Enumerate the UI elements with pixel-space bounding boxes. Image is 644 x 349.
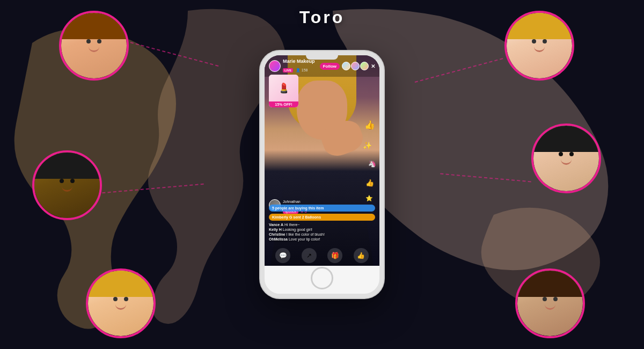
- face-mid-right-inner: [533, 126, 599, 191]
- face-top-right-overlay: [507, 13, 572, 78]
- face-mid-right: [531, 123, 601, 193]
- mouth: [561, 159, 572, 165]
- face-mid-left: [32, 150, 102, 220]
- eyes: [532, 39, 547, 43]
- gift-button[interactable]: 🎁: [327, 248, 342, 263]
- face-bottom-right-inner: [517, 271, 583, 336]
- product-discount: 15% OFF!: [269, 101, 298, 107]
- face-top-left-inner: [61, 13, 127, 78]
- buying-banner: 5 people are buying this item: [269, 205, 375, 212]
- face-bottom-left-overlay: [88, 271, 153, 336]
- mouth: [545, 304, 555, 310]
- eye-left: [113, 297, 118, 301]
- stream-topbar: Marie Makeup LIVE 👤 158 Follow ✕: [265, 55, 379, 77]
- eyes: [559, 152, 574, 156]
- mouth: [534, 47, 545, 52]
- eyes: [543, 297, 558, 301]
- comments-area: 5 people are buying this item Kimberly G…: [265, 202, 379, 244]
- eye-right: [553, 297, 558, 301]
- share-button[interactable]: ↗: [302, 248, 317, 263]
- eye-right: [124, 297, 128, 301]
- eyes: [60, 179, 75, 183]
- eye-right: [70, 179, 75, 183]
- face-mid-left-overlay: [34, 152, 100, 218]
- phone: Marie Makeup LIVE 👤 158 Follow ✕: [260, 51, 384, 298]
- eye-right: [569, 152, 574, 156]
- viewer-count: 👤 158: [296, 68, 308, 72]
- title-text: Toro: [299, 8, 345, 27]
- viewer-avatars: [342, 62, 369, 70]
- mouth: [89, 47, 99, 52]
- close-button[interactable]: ✕: [371, 63, 375, 69]
- viewer-avatar-3: [360, 62, 369, 70]
- follow-button[interactable]: Follow: [320, 63, 340, 70]
- eye-left: [86, 39, 91, 43]
- product-image: 💄: [269, 75, 298, 101]
- mouth: [62, 186, 72, 192]
- eye-left: [60, 179, 64, 183]
- comment-2: Kelly H Looking good girl!: [269, 228, 375, 231]
- face-mid-left-inner: [34, 152, 100, 218]
- face-bottom-left: [86, 268, 156, 338]
- phone-wrapper: Marie Makeup LIVE 👤 158 Follow ✕: [260, 51, 384, 298]
- face-top-right-inner: [507, 13, 572, 78]
- comment-4: OhMelissa Love your lip color!: [269, 237, 375, 241]
- face-mid-right-overlay: [533, 126, 599, 191]
- stream-content: Marie Makeup LIVE 👤 158 Follow ✕: [265, 55, 379, 266]
- face-bottom-left-inner: [88, 271, 153, 336]
- chat-button[interactable]: 💬: [275, 248, 290, 263]
- product-card[interactable]: 💄 15% OFF!: [269, 75, 298, 107]
- streamer-name: Marie Makeup: [283, 59, 318, 64]
- mouth: [115, 304, 126, 310]
- eyes: [113, 297, 128, 301]
- eye-right: [543, 39, 547, 43]
- face-bottom-right: [515, 268, 585, 338]
- eye-left: [543, 297, 547, 301]
- eye-left: [532, 39, 536, 43]
- live-badge: LIVE: [283, 68, 293, 72]
- thumbs-emoji-1: 👍: [364, 120, 375, 130]
- page-title: Toro: [299, 8, 345, 27]
- comment-1: Vance A Hi there~: [269, 223, 375, 227]
- action-bar: 💬 ↗ 🎁 👍: [265, 248, 379, 263]
- stream-info: Marie Makeup LIVE 👤 158: [283, 59, 318, 74]
- thumbs-emoji-2: 👍: [365, 179, 374, 187]
- face-top-right: [504, 11, 574, 81]
- eye-right: [97, 39, 101, 43]
- eye-left: [559, 152, 563, 156]
- sparkle-emoji: ✨: [363, 141, 372, 150]
- streamer-avatar: [269, 60, 281, 72]
- eyes: [86, 39, 101, 43]
- viewer-avatar-1: [342, 62, 350, 70]
- like-button[interactable]: 👍: [354, 248, 369, 263]
- face-top-left: [59, 11, 129, 81]
- face-top-left-overlay: [61, 13, 127, 78]
- phone-screen: Marie Makeup LIVE 👤 158 Follow ✕: [265, 55, 379, 266]
- face-bottom-right-overlay: [517, 271, 583, 336]
- comment-3: Christine I like the color of blush!: [269, 232, 375, 236]
- viewer-avatar-2: [351, 62, 360, 70]
- balloon-banner: Kimberly G sent 2 Balloons: [269, 214, 375, 221]
- unicorn-emoji: 🦄: [368, 160, 376, 168]
